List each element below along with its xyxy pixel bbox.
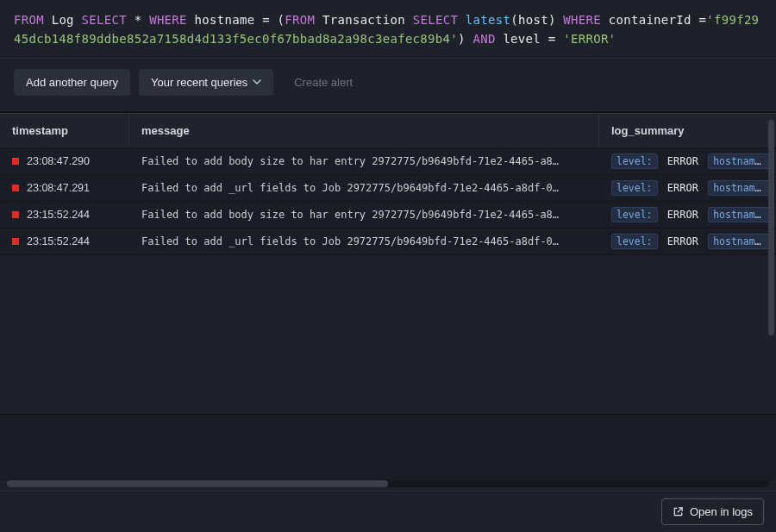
open-in-logs-label: Open in logs xyxy=(690,505,753,518)
table-row[interactable]: 23:15:52.244Failed to add body size to h… xyxy=(0,202,776,228)
timestamp-value: 23:08:47.290 xyxy=(27,155,90,167)
tag-level-value: ERROR xyxy=(661,235,705,247)
table-header-row: timestamp message log_summary xyxy=(0,113,776,148)
vertical-scrollbar[interactable] xyxy=(768,120,774,335)
table-row[interactable]: 23:08:47.290Failed to add body size to h… xyxy=(0,148,776,175)
keyword-and: AND xyxy=(472,32,495,46)
recent-queries-button[interactable]: Your recent queries xyxy=(139,69,273,96)
tag-level-value: ERROR xyxy=(661,182,705,194)
timestamp-value: 23:15:52.244 xyxy=(27,209,90,221)
table-transaction: Transaction xyxy=(322,13,405,27)
tag-hostname-key: hostname: xyxy=(708,180,772,196)
tag-level-key: level: xyxy=(611,153,658,169)
tag-level-value: ERROR xyxy=(661,209,705,221)
cell-message: Failed to add _url fields to Job 2972775… xyxy=(129,177,599,199)
cell-log-summary: level: ERROR hostname: f99f2 xyxy=(599,230,776,253)
tag-hostname-key: hostname: xyxy=(708,153,772,169)
footer-bar: Open in logs xyxy=(0,491,776,532)
star: * xyxy=(135,13,142,27)
cell-timestamp: 23:08:47.290 xyxy=(0,150,129,172)
query-toolbar: Add another query Your recent queries Cr… xyxy=(0,59,776,112)
create-alert-label: Create alert xyxy=(294,76,353,89)
keyword-from: FROM xyxy=(285,13,315,27)
cell-timestamp: 23:15:52.244 xyxy=(0,203,129,226)
paren-close: ) xyxy=(458,32,466,46)
cell-message: Failed to add body size to har entry 297… xyxy=(129,203,599,226)
severity-indicator-icon xyxy=(12,185,19,191)
horizontal-scrollbar-track[interactable] xyxy=(7,480,769,487)
col-message[interactable]: message xyxy=(129,114,599,147)
tag-level-key: level: xyxy=(611,180,658,196)
table-row[interactable]: 23:08:47.291Failed to add _url fields to… xyxy=(0,175,776,202)
field-hostname: hostname xyxy=(195,13,255,27)
query-editor[interactable]: FROM Log SELECT * WHERE hostname = (FROM… xyxy=(0,0,776,59)
cell-log-summary: level: ERROR hostname: f99f2 xyxy=(599,177,776,199)
create-alert-button[interactable]: Create alert xyxy=(282,69,365,96)
keyword-where: WHERE xyxy=(149,13,187,27)
tag-level-key: level: xyxy=(611,207,658,222)
severity-indicator-icon xyxy=(12,211,19,218)
keyword-from: FROM xyxy=(14,13,44,27)
add-query-label: Add another query xyxy=(26,76,118,89)
cell-log-summary: level: ERROR hostname: f99f2 xyxy=(599,150,776,172)
cell-message: Failed to add body size to har entry 297… xyxy=(129,150,599,172)
tag-level-value: ERROR xyxy=(661,155,705,167)
paren-open: ( xyxy=(510,13,518,27)
severity-indicator-icon xyxy=(12,158,19,165)
cell-log-summary: level: ERROR hostname: f99f2 xyxy=(599,203,776,226)
tag-hostname-key: hostname: xyxy=(708,207,772,222)
external-link-icon xyxy=(673,506,684,517)
col-log-summary[interactable]: log_summary xyxy=(599,114,776,147)
cell-message: Failed to add _url fields to Job 2972775… xyxy=(129,230,599,253)
timestamp-value: 23:08:47.291 xyxy=(27,182,90,194)
table-body: 23:08:47.290Failed to add body size to h… xyxy=(0,148,776,255)
field-level: level xyxy=(503,32,541,46)
fn-latest: latest xyxy=(466,13,510,27)
open-in-logs-button[interactable]: Open in logs xyxy=(661,498,764,525)
timestamp-value: 23:15:52.244 xyxy=(27,235,90,247)
col-timestamp[interactable]: timestamp xyxy=(0,114,129,147)
table-row[interactable]: 23:15:52.244Failed to add _url fields to… xyxy=(0,228,776,255)
tag-level-key: level: xyxy=(611,234,658,249)
add-query-button[interactable]: Add another query xyxy=(14,69,130,96)
recent-queries-label: Your recent queries xyxy=(151,76,247,89)
tag-hostname-key: hostname: xyxy=(708,234,772,249)
severity-indicator-icon xyxy=(12,238,19,245)
paren-close: ) xyxy=(548,13,556,27)
cell-timestamp: 23:08:47.291 xyxy=(0,177,129,199)
op-eq: = xyxy=(699,13,707,27)
horizontal-scrollbar-thumb[interactable] xyxy=(7,480,388,487)
field-containerid: containerId xyxy=(609,13,692,27)
keyword-where: WHERE xyxy=(563,13,601,27)
keyword-select: SELECT xyxy=(413,13,458,27)
chevron-down-icon xyxy=(253,76,261,89)
table-log: Log xyxy=(52,13,74,27)
lower-panel xyxy=(0,414,776,480)
arg-host: host xyxy=(518,13,548,27)
cell-timestamp: 23:15:52.244 xyxy=(0,230,129,253)
keyword-select: SELECT xyxy=(82,13,127,27)
op-eq: = xyxy=(262,13,270,27)
string-level: 'ERROR' xyxy=(563,32,616,46)
op-eq: = xyxy=(548,32,556,46)
